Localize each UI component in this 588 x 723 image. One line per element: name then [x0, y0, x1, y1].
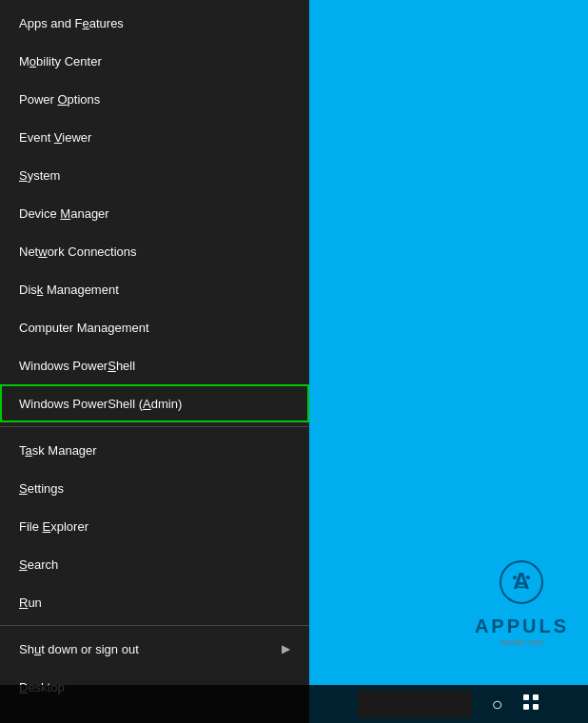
menu-item-label: Run — [19, 596, 42, 610]
taskbar-grid-icon[interactable] — [522, 694, 539, 714]
menu-item-computer-management[interactable]: Computer Management — [0, 308, 309, 346]
menu-item-disk-management[interactable]: Disk Management — [0, 270, 309, 308]
menu-item-event-viewer[interactable]: Event Viewer — [0, 118, 309, 156]
taskbar-right: ○ — [309, 690, 588, 718]
menu-item-label: Disk Management — [19, 283, 119, 297]
menu-item-label: Event Viewer — [19, 130, 91, 145]
svg-rect-5 — [533, 694, 539, 700]
taskbar-circle-icon[interactable]: ○ — [491, 694, 502, 715]
submenu-arrow-icon: ▶ — [282, 642, 290, 655]
watermark: A APPULS wsxdn.com — [475, 558, 569, 647]
menu-items-list: Apps and Features Mobility Center Power … — [0, 0, 309, 723]
menu-item-windows-powershell[interactable]: Windows PowerShell — [0, 346, 309, 384]
svg-rect-6 — [523, 704, 529, 710]
menu-item-label: File Explorer — [19, 519, 88, 534]
taskbar-search-box[interactable] — [358, 690, 472, 718]
menu-divider-1 — [0, 426, 309, 427]
svg-text:A: A — [514, 568, 530, 594]
menu-item-task-manager[interactable]: Task Manager — [0, 431, 309, 469]
menu-item-label: Apps and Features — [19, 16, 124, 30]
menu-item-mobility-center[interactable]: Mobility Center — [0, 42, 309, 80]
svg-rect-7 — [533, 704, 539, 710]
menu-item-apps-features[interactable]: Apps and Features — [0, 4, 309, 42]
menu-item-file-explorer[interactable]: File Explorer — [0, 507, 309, 545]
menu-item-label: Windows PowerShell — [19, 359, 135, 373]
svg-point-2 — [513, 576, 517, 579]
menu-item-label: System — [19, 168, 60, 183]
svg-point-3 — [526, 576, 530, 579]
watermark-brand-text: APPULS — [475, 616, 569, 637]
menu-item-label: Computer Management — [19, 321, 149, 335]
menu-item-settings[interactable]: Settings — [0, 469, 309, 507]
menu-item-windows-powershell-admin[interactable]: Windows PowerShell (Admin) — [0, 384, 309, 422]
menu-item-power-options[interactable]: Power Options — [0, 80, 309, 118]
menu-divider-2 — [0, 625, 309, 626]
menu-item-label: Power Options — [19, 92, 100, 107]
taskbar-start-area — [0, 685, 309, 723]
menu-item-label: Mobility Center — [19, 54, 102, 68]
menu-item-network-connections[interactable]: Network Connections — [0, 232, 309, 270]
watermark-site: wsxdn.com — [500, 637, 543, 647]
menu-item-label: Network Connections — [19, 244, 137, 259]
svg-rect-4 — [523, 694, 529, 700]
menu-item-label: Device Manager — [19, 206, 109, 221]
menu-item-label: Settings — [19, 481, 64, 496]
context-menu: Apps and Features Mobility Center Power … — [0, 0, 309, 723]
menu-item-run[interactable]: Run — [0, 583, 309, 621]
menu-item-label: Task Manager — [19, 443, 97, 458]
menu-item-system[interactable]: System — [0, 156, 309, 194]
menu-item-label: Search — [19, 557, 58, 572]
menu-item-search[interactable]: Search — [0, 545, 309, 583]
menu-item-device-manager[interactable]: Device Manager — [0, 194, 309, 232]
taskbar: ○ — [0, 685, 588, 723]
menu-item-label: Shut down or sign out — [19, 642, 139, 656]
menu-item-label: Windows PowerShell (Admin) — [19, 397, 182, 411]
menu-item-shut-down[interactable]: Shut down or sign out ▶ — [0, 630, 309, 668]
appuals-logo-svg: A — [483, 558, 559, 616]
